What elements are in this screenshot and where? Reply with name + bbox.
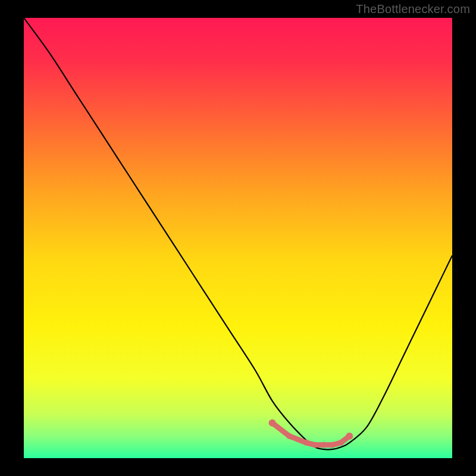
plot-area [24, 18, 452, 458]
highlight-dot [346, 433, 353, 440]
watermark-label: TheBottlenecker.com [356, 2, 470, 16]
highlight-dot [303, 440, 309, 446]
highlight-dot [338, 440, 344, 446]
highlight-dot [321, 442, 327, 448]
chart-svg [24, 18, 452, 458]
chart-frame: TheBottlenecker.com [0, 0, 476, 476]
gradient-background [24, 18, 452, 458]
highlight-dot [286, 433, 292, 439]
highlight-dot [269, 419, 276, 427]
highlight-dot [312, 442, 318, 448]
highlight-dot [329, 442, 335, 448]
